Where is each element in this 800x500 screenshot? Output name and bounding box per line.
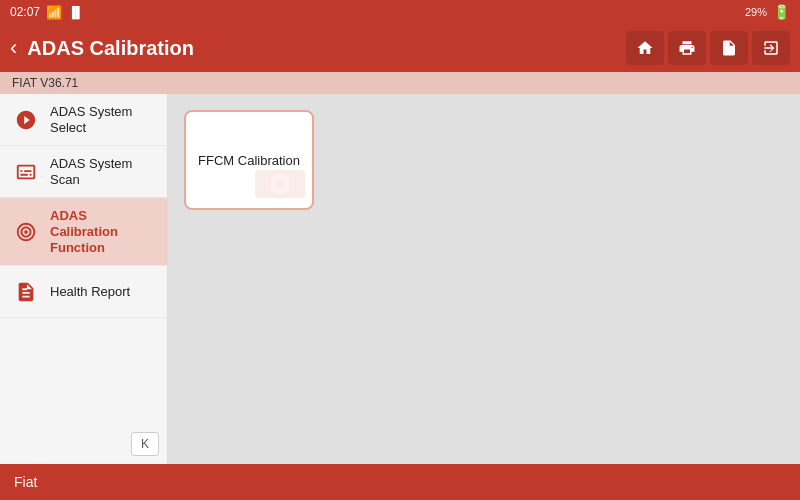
back-button[interactable]: ‹ [10, 35, 17, 61]
sidebar-collapse-button[interactable]: K [131, 432, 159, 456]
ffcm-calibration-label: FFCM Calibration [198, 153, 300, 168]
page-title: ADAS Calibration [27, 37, 616, 60]
sidebar-item-health-report[interactable]: Health Report [0, 266, 167, 318]
main-layout: ADAS System Select ADAS System Scan ADAS… [0, 94, 800, 464]
status-right: 29% 🔋 [745, 4, 790, 20]
sidebar-item-adas-system-scan[interactable]: ADAS System Scan [0, 146, 167, 198]
print-button[interactable] [668, 31, 706, 65]
export-button[interactable] [752, 31, 790, 65]
version-label: FIAT V36.71 [12, 76, 78, 90]
export-icon [762, 39, 780, 57]
sidebar-item-health-report-label: Health Report [50, 284, 130, 300]
card-bg-icon [250, 161, 310, 210]
ffcm-calibration-card[interactable]: FFCM Calibration [184, 110, 314, 210]
adas-system-scan-icon [12, 158, 40, 186]
adas-calibration-function-icon [12, 218, 40, 246]
time-display: 02:07 [10, 5, 40, 19]
sub-header: FIAT V36.71 [0, 72, 800, 94]
sidebar-item-adas-calibration-function-label: ADAS Calibration Function [50, 208, 155, 255]
wifi-icon: 📶 [46, 5, 62, 20]
status-bar: 02:07 📶 ▐▌ 29% 🔋 [0, 0, 800, 24]
content-area: FFCM Calibration [168, 94, 800, 464]
footer-label: Fiat [14, 474, 37, 490]
print-icon [678, 39, 696, 57]
health-report-icon [12, 278, 40, 306]
status-left: 02:07 📶 ▐▌ [10, 5, 84, 20]
home-icon [636, 39, 654, 57]
svg-point-2 [274, 178, 286, 190]
adas-system-select-icon [12, 106, 40, 134]
battery-percent: 29% [745, 6, 767, 18]
battery-icon: 🔋 [773, 4, 790, 20]
collapse-icon: K [141, 437, 149, 451]
home-button[interactable] [626, 31, 664, 65]
app-header: ‹ ADAS Calibration [0, 24, 800, 72]
sidebar-item-adas-system-scan-label: ADAS System Scan [50, 156, 155, 187]
sidebar: ADAS System Select ADAS System Scan ADAS… [0, 94, 168, 464]
sidebar-item-adas-system-select-label: ADAS System Select [50, 104, 155, 135]
document-button[interactable] [710, 31, 748, 65]
footer: Fiat [0, 464, 800, 500]
signal-icon: ▐▌ [68, 6, 84, 18]
sidebar-item-adas-system-select[interactable]: ADAS System Select [0, 94, 167, 146]
sidebar-item-adas-calibration-function[interactable]: ADAS Calibration Function [0, 198, 167, 266]
document-icon [720, 39, 738, 57]
header-icon-group [626, 31, 790, 65]
